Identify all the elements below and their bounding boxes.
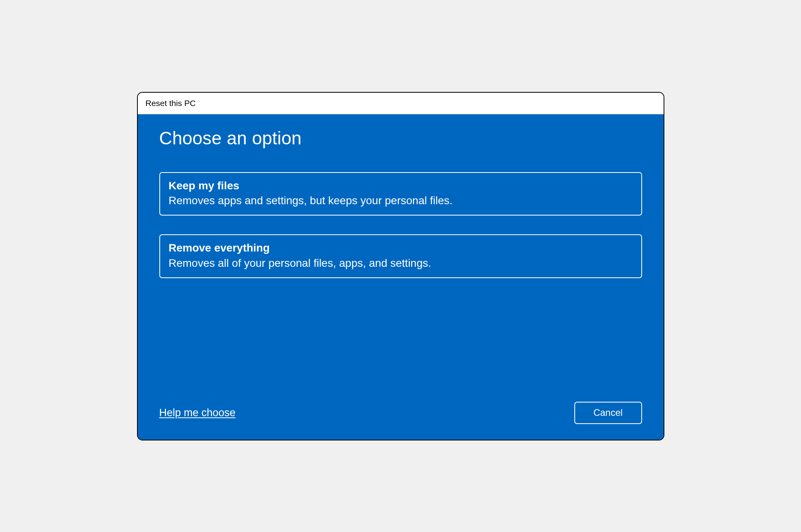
- cancel-button[interactable]: Cancel: [574, 402, 642, 424]
- option-remove-everything[interactable]: Remove everything Removes all of your pe…: [159, 234, 642, 278]
- option-title: Remove everything: [169, 241, 633, 255]
- dialog-footer: Help me choose Cancel: [159, 402, 642, 424]
- titlebar: Reset this PC: [138, 93, 664, 114]
- option-title: Keep my files: [169, 178, 633, 193]
- options-list: Keep my files Removes apps and settings,…: [159, 172, 642, 279]
- help-me-choose-link[interactable]: Help me choose: [159, 407, 236, 419]
- reset-pc-dialog: Reset this PC Choose an option Keep my f…: [137, 92, 664, 440]
- option-description: Removes apps and settings, but keeps you…: [169, 193, 633, 208]
- option-keep-my-files[interactable]: Keep my files Removes apps and settings,…: [159, 172, 642, 216]
- page-heading: Choose an option: [159, 128, 642, 149]
- option-description: Removes all of your personal files, apps…: [169, 255, 633, 271]
- dialog-content: Choose an option Keep my files Removes a…: [138, 114, 664, 440]
- window-title: Reset this PC: [146, 99, 196, 108]
